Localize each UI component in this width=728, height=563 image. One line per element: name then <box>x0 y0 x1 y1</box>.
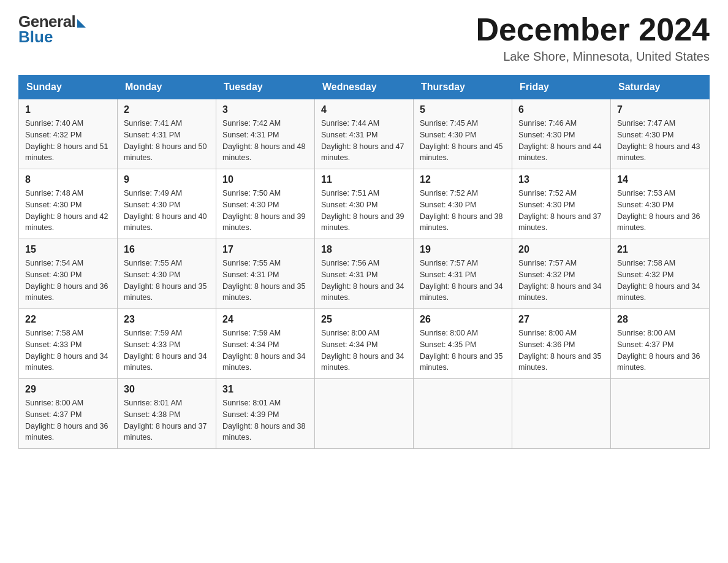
day-number: 17 <box>222 244 308 255</box>
calendar-cell: 1Sunrise: 7:40 AMSunset: 4:32 PMDaylight… <box>19 99 118 169</box>
day-info: Sunrise: 7:58 AMSunset: 4:33 PMDaylight:… <box>25 327 111 373</box>
calendar-table: SundayMondayTuesdayWednesdayThursdayFrid… <box>18 75 710 449</box>
calendar-cell: 9Sunrise: 7:49 AMSunset: 4:30 PMDaylight… <box>118 169 216 239</box>
calendar-cell: 4Sunrise: 7:44 AMSunset: 4:31 PMDaylight… <box>315 99 414 169</box>
day-number: 3 <box>222 104 308 115</box>
day-number: 27 <box>518 314 604 325</box>
day-info: Sunrise: 7:59 AMSunset: 4:33 PMDaylight:… <box>124 327 210 373</box>
day-number: 21 <box>617 244 703 255</box>
calendar-cell: 30Sunrise: 8:01 AMSunset: 4:38 PMDayligh… <box>118 379 216 449</box>
day-number: 2 <box>124 104 210 115</box>
day-number: 4 <box>321 104 407 115</box>
page-title: December 2024 <box>476 12 710 47</box>
calendar-cell <box>611 379 710 449</box>
day-header-wednesday: Wednesday <box>315 75 414 99</box>
calendar-cell: 5Sunrise: 7:45 AMSunset: 4:30 PMDaylight… <box>414 99 512 169</box>
calendar-cell: 26Sunrise: 8:00 AMSunset: 4:35 PMDayligh… <box>414 309 512 379</box>
calendar-cell: 13Sunrise: 7:52 AMSunset: 4:30 PMDayligh… <box>512 169 611 239</box>
day-header-sunday: Sunday <box>19 75 118 99</box>
calendar-cell: 22Sunrise: 7:58 AMSunset: 4:33 PMDayligh… <box>19 309 118 379</box>
day-info: Sunrise: 7:57 AMSunset: 4:31 PMDaylight:… <box>420 258 506 304</box>
day-info: Sunrise: 7:58 AMSunset: 4:32 PMDaylight:… <box>617 258 703 304</box>
day-number: 26 <box>420 314 506 325</box>
day-info: Sunrise: 7:55 AMSunset: 4:31 PMDaylight:… <box>222 258 308 304</box>
day-number: 5 <box>420 104 506 115</box>
day-header-tuesday: Tuesday <box>216 75 315 99</box>
day-number: 6 <box>518 104 604 115</box>
page-subtitle: Lake Shore, Minnesota, United States <box>476 50 710 64</box>
day-info: Sunrise: 7:50 AMSunset: 4:30 PMDaylight:… <box>222 188 308 234</box>
calendar-cell: 14Sunrise: 7:53 AMSunset: 4:30 PMDayligh… <box>611 169 710 239</box>
day-number: 13 <box>518 174 604 185</box>
day-number: 23 <box>124 314 210 325</box>
day-info: Sunrise: 7:45 AMSunset: 4:30 PMDaylight:… <box>420 118 506 164</box>
logo-arrow-icon <box>77 19 86 28</box>
page-header: General Blue December 2024 Lake Shore, M… <box>18 12 710 64</box>
day-number: 28 <box>617 314 703 325</box>
day-number: 9 <box>124 174 210 185</box>
day-number: 1 <box>25 104 111 115</box>
calendar-cell: 24Sunrise: 7:59 AMSunset: 4:34 PMDayligh… <box>216 309 315 379</box>
day-info: Sunrise: 7:42 AMSunset: 4:31 PMDaylight:… <box>222 118 308 164</box>
calendar-cell: 25Sunrise: 8:00 AMSunset: 4:34 PMDayligh… <box>315 309 414 379</box>
day-number: 22 <box>25 314 111 325</box>
calendar-cell: 3Sunrise: 7:42 AMSunset: 4:31 PMDaylight… <box>216 99 315 169</box>
day-info: Sunrise: 7:53 AMSunset: 4:30 PMDaylight:… <box>617 188 703 234</box>
day-info: Sunrise: 7:59 AMSunset: 4:34 PMDaylight:… <box>222 327 308 373</box>
calendar-cell: 19Sunrise: 7:57 AMSunset: 4:31 PMDayligh… <box>414 239 512 309</box>
day-number: 10 <box>222 174 308 185</box>
day-number: 12 <box>420 174 506 185</box>
calendar-cell: 20Sunrise: 7:57 AMSunset: 4:32 PMDayligh… <box>512 239 611 309</box>
day-number: 20 <box>518 244 604 255</box>
calendar-cell: 21Sunrise: 7:58 AMSunset: 4:32 PMDayligh… <box>611 239 710 309</box>
day-number: 11 <box>321 174 407 185</box>
calendar-cell: 6Sunrise: 7:46 AMSunset: 4:30 PMDaylight… <box>512 99 611 169</box>
calendar-cell: 27Sunrise: 8:00 AMSunset: 4:36 PMDayligh… <box>512 309 611 379</box>
calendar-header: SundayMondayTuesdayWednesdayThursdayFrid… <box>19 75 710 99</box>
day-number: 8 <box>25 174 111 185</box>
day-info: Sunrise: 8:00 AMSunset: 4:37 PMDaylight:… <box>25 397 111 443</box>
day-info: Sunrise: 8:00 AMSunset: 4:36 PMDaylight:… <box>518 327 604 373</box>
day-header-saturday: Saturday <box>611 75 710 99</box>
day-number: 24 <box>222 314 308 325</box>
calendar-cell: 23Sunrise: 7:59 AMSunset: 4:33 PMDayligh… <box>118 309 216 379</box>
calendar-cell: 8Sunrise: 7:48 AMSunset: 4:30 PMDaylight… <box>19 169 118 239</box>
calendar-cell <box>414 379 512 449</box>
calendar-cell: 10Sunrise: 7:50 AMSunset: 4:30 PMDayligh… <box>216 169 315 239</box>
calendar-cell: 31Sunrise: 8:01 AMSunset: 4:39 PMDayligh… <box>216 379 315 449</box>
day-info: Sunrise: 7:54 AMSunset: 4:30 PMDaylight:… <box>25 258 111 304</box>
calendar-cell: 15Sunrise: 7:54 AMSunset: 4:30 PMDayligh… <box>19 239 118 309</box>
calendar-week-1: 1Sunrise: 7:40 AMSunset: 4:32 PMDaylight… <box>19 99 710 169</box>
calendar-cell: 2Sunrise: 7:41 AMSunset: 4:31 PMDaylight… <box>118 99 216 169</box>
calendar-body: 1Sunrise: 7:40 AMSunset: 4:32 PMDaylight… <box>19 99 710 449</box>
calendar-cell: 28Sunrise: 8:00 AMSunset: 4:37 PMDayligh… <box>611 309 710 379</box>
day-number: 19 <box>420 244 506 255</box>
day-info: Sunrise: 8:01 AMSunset: 4:38 PMDaylight:… <box>124 397 210 443</box>
day-info: Sunrise: 7:49 AMSunset: 4:30 PMDaylight:… <box>124 188 210 234</box>
calendar-week-5: 29Sunrise: 8:00 AMSunset: 4:37 PMDayligh… <box>19 379 710 449</box>
calendar-cell <box>315 379 414 449</box>
day-info: Sunrise: 7:52 AMSunset: 4:30 PMDaylight:… <box>518 188 604 234</box>
day-header-thursday: Thursday <box>414 75 512 99</box>
calendar-week-2: 8Sunrise: 7:48 AMSunset: 4:30 PMDaylight… <box>19 169 710 239</box>
day-header-friday: Friday <box>512 75 611 99</box>
day-info: Sunrise: 7:44 AMSunset: 4:31 PMDaylight:… <box>321 118 407 164</box>
day-number: 14 <box>617 174 703 185</box>
day-info: Sunrise: 8:00 AMSunset: 4:35 PMDaylight:… <box>420 327 506 373</box>
day-info: Sunrise: 7:48 AMSunset: 4:30 PMDaylight:… <box>25 188 111 234</box>
day-number: 16 <box>124 244 210 255</box>
title-area: December 2024 Lake Shore, Minnesota, Uni… <box>476 12 710 64</box>
day-info: Sunrise: 7:57 AMSunset: 4:32 PMDaylight:… <box>518 258 604 304</box>
day-number: 7 <box>617 104 703 115</box>
calendar-week-3: 15Sunrise: 7:54 AMSunset: 4:30 PMDayligh… <box>19 239 710 309</box>
day-info: Sunrise: 7:51 AMSunset: 4:30 PMDaylight:… <box>321 188 407 234</box>
calendar-cell: 29Sunrise: 8:00 AMSunset: 4:37 PMDayligh… <box>19 379 118 449</box>
day-info: Sunrise: 7:47 AMSunset: 4:30 PMDaylight:… <box>617 118 703 164</box>
calendar-week-4: 22Sunrise: 7:58 AMSunset: 4:33 PMDayligh… <box>19 309 710 379</box>
calendar-cell: 7Sunrise: 7:47 AMSunset: 4:30 PMDaylight… <box>611 99 710 169</box>
calendar-cell: 12Sunrise: 7:52 AMSunset: 4:30 PMDayligh… <box>414 169 512 239</box>
calendar-cell: 17Sunrise: 7:55 AMSunset: 4:31 PMDayligh… <box>216 239 315 309</box>
logo: General Blue <box>18 12 86 47</box>
day-info: Sunrise: 7:52 AMSunset: 4:30 PMDaylight:… <box>420 188 506 234</box>
day-number: 31 <box>222 384 308 395</box>
